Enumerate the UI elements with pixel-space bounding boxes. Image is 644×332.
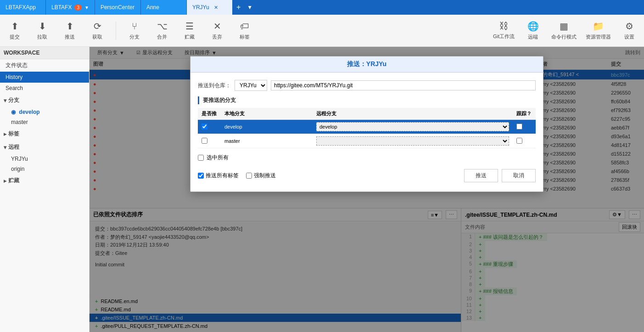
toolbar-terminal[interactable]: ▦ 命令行模式: [551, 21, 577, 40]
force-push-label[interactable]: 强制推送: [246, 172, 276, 180]
select-all-label: 选中所有: [207, 154, 229, 162]
workspace-label: WORKSPACE: [4, 50, 39, 56]
tab-bar: LBTAFXApp LBTAFX 3 ▼ PersonCenter Anne Y…: [0, 0, 644, 15]
sidebar-branch-master[interactable]: master: [0, 117, 89, 127]
toolbar-push[interactable]: ⬆ 推送: [61, 21, 79, 40]
remote-collapse-icon: ▾: [4, 144, 6, 151]
explorer-icon: 📁: [593, 21, 604, 32]
branches-section-title: 要推送的分支: [198, 96, 536, 104]
toolbar-separator: [116, 22, 116, 40]
merge-label: 合并: [157, 34, 167, 40]
col-track-header: 跟踪？: [513, 108, 536, 120]
select-all-checkbox[interactable]: [198, 155, 204, 161]
gitflow-icon: ⛓: [499, 21, 508, 31]
tag-label: 标签: [240, 34, 250, 40]
toolbar-remote[interactable]: 🌐 远端: [524, 21, 542, 40]
tab-label: YRJYu: [192, 4, 209, 11]
explorer-label: 资源管理器: [586, 34, 611, 40]
toolbar-fetch[interactable]: ⟳ 获取: [88, 21, 106, 40]
toolbar-commit[interactable]: ⬆ 提交: [6, 21, 24, 40]
tab-dropdown-icon: ▼: [84, 5, 89, 10]
branch-label: 分支: [129, 34, 140, 40]
toolbar-branch[interactable]: ⑂ 分支: [125, 21, 144, 40]
modal-body: 推送到仓库： YRJYu 要推送的分支 是否推 本地分支 远程分支: [190, 73, 543, 191]
toolbar-tag[interactable]: 🏷 标签: [235, 21, 254, 40]
merge-icon: ⌥: [157, 21, 168, 32]
sidebar-remote-yrjyu[interactable]: YRJYu: [0, 154, 89, 164]
tab-label: PersonCenter: [101, 4, 134, 11]
branch-check-develop[interactable]: [202, 124, 207, 129]
cancel-button[interactable]: 取消: [502, 169, 536, 182]
settings-icon: ⚙: [625, 21, 633, 32]
push-icon: ⬆: [66, 21, 74, 32]
col-remote-header: 远程分支: [313, 108, 513, 120]
repo-label: 推送到仓库：: [198, 82, 231, 90]
toolbar-stash[interactable]: ☰ 贮藏: [180, 21, 199, 40]
branch-icon: ⑂: [132, 21, 137, 32]
stash-collapse-icon: ▸: [4, 178, 6, 184]
tab-anne[interactable]: Anne: [141, 0, 187, 15]
toolbar: ⬆ 提交 ⬇ 拉取 ⬆ 推送 ⟳ 获取 ⑂ 分支 ⌥ 合并 ☰ 贮藏 ✕ 丢弃 …: [0, 15, 644, 47]
pull-icon: ⬇: [39, 21, 46, 32]
branch-row-develop[interactable]: develop develop: [198, 120, 536, 134]
tab-close-icon[interactable]: ✕: [214, 5, 218, 11]
stash-icon: ☰: [185, 21, 194, 32]
branch-local-develop: develop: [221, 120, 313, 134]
sidebar-section-branch[interactable]: ▾ 分支: [0, 94, 89, 107]
stash-label: 贮藏: [185, 34, 195, 40]
sidebar-section-tag[interactable]: ▸ 标签: [0, 127, 89, 141]
push-tags-label[interactable]: 推送所有标签: [198, 172, 239, 180]
branch-track-develop[interactable]: [516, 124, 522, 129]
sidebar-item-search[interactable]: Search: [0, 83, 89, 94]
toolbar-gitflow[interactable]: ⛓ Git工作流: [493, 21, 515, 40]
tab-badge: 3: [74, 5, 82, 11]
commit-label: 提交: [10, 34, 20, 40]
branch-row-master[interactable]: master: [198, 134, 536, 148]
force-push-checkbox[interactable]: [246, 173, 252, 179]
tab-menu-dropdown[interactable]: ▼: [244, 0, 255, 15]
sidebar-item-filestatus[interactable]: 文件状态: [0, 59, 89, 72]
push-tags-checkbox[interactable]: [198, 173, 204, 179]
sidebar-section-remote[interactable]: ▾ 远程: [0, 141, 89, 154]
sidebar-remote-origin[interactable]: origin: [0, 164, 89, 174]
tab-label: LBTAFXApp: [6, 4, 36, 11]
repo-row: 推送到仓库： YRJYu: [198, 80, 536, 91]
sidebar-item-history[interactable]: History: [0, 72, 89, 83]
toolbar-settings[interactable]: ⚙ 设置: [620, 21, 638, 40]
toolbar-merge[interactable]: ⌥ 合并: [153, 21, 171, 40]
toolbar-discard[interactable]: ✕ 丢弃: [208, 21, 226, 40]
tag-collapse-icon: ▸: [4, 131, 6, 137]
branch-remote-select-master[interactable]: [316, 136, 509, 146]
push-button[interactable]: 推送: [464, 169, 498, 182]
sidebar-section-stash[interactable]: ▸ 贮藏: [0, 174, 89, 187]
toolbar-pull[interactable]: ⬇ 拉取: [33, 21, 51, 40]
repo-select[interactable]: YRJYu: [235, 80, 267, 91]
branch-remote-select-develop[interactable]: develop: [316, 122, 509, 131]
branch-active-icon: ◉: [11, 109, 16, 115]
modal-title: 推送：YRJYu: [190, 56, 543, 73]
toolbar-explorer[interactable]: 📁 资源管理器: [586, 21, 611, 40]
remote-icon: 🌐: [527, 21, 539, 32]
select-all-row: 选中所有: [198, 154, 536, 162]
tab-yrjyu[interactable]: YRJYu ✕: [187, 0, 233, 15]
toolbar-right: ⛓ Git工作流 🌐 远端 ▦ 命令行模式 📁 资源管理器 ⚙ 设置: [493, 21, 638, 40]
sidebar: WORKSPACE 文件状态 History Search ▾ 分支 ◉ dev…: [0, 47, 90, 332]
terminal-label: 命令行模式: [551, 34, 577, 40]
branch-local-master: master: [221, 134, 313, 148]
tab-lbtafxapp[interactable]: LBTAFXApp: [0, 0, 46, 15]
sidebar-branch-develop[interactable]: ◉ develop: [0, 107, 89, 117]
tag-icon: 🏷: [240, 21, 249, 32]
push-label: 推送: [65, 34, 75, 40]
tab-lbtafx[interactable]: LBTAFX 3 ▼: [46, 0, 95, 15]
discard-icon: ✕: [213, 21, 221, 32]
branch-track-master[interactable]: [516, 138, 522, 144]
tab-personcenter[interactable]: PersonCenter: [95, 0, 141, 15]
tab-add-button[interactable]: +: [233, 0, 244, 15]
branch-check-master[interactable]: [202, 138, 207, 144]
content-area: 所有分支 ▼ ☑ 显示远程分支 按日期排序 ▼ 跳转到: [90, 47, 644, 332]
repo-url-input[interactable]: [271, 80, 536, 90]
push-modal: 推送：YRJYu 推送到仓库： YRJYu 要推送的分支 是否推: [190, 56, 543, 192]
modal-overlay: 推送：YRJYu 推送到仓库： YRJYu 要推送的分支 是否推: [90, 47, 644, 332]
commit-icon: ⬆: [11, 21, 19, 32]
modal-actions: 推送 取消: [464, 169, 536, 182]
